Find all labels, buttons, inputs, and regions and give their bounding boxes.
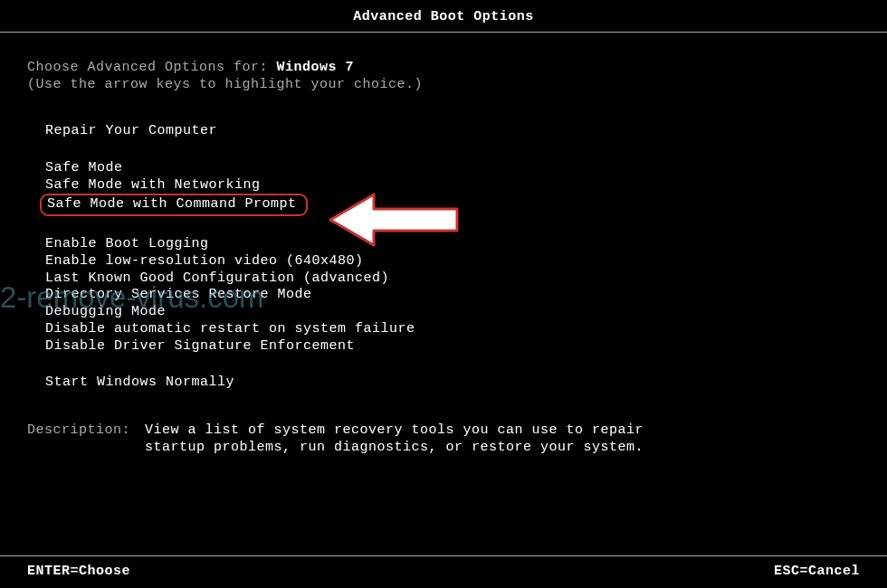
description-block: Description: View a list of system recov… — [27, 422, 860, 457]
highlighted-option: Safe Mode with Command Prompt — [40, 194, 308, 216]
menu-directory-services-restore[interactable]: Directory Services Restore Mode — [45, 287, 860, 304]
esc-hint: ESC=Cancel — [774, 564, 860, 579]
page-title: Advanced Boot Options — [353, 9, 534, 24]
menu-repair-computer[interactable]: Repair Your Computer — [45, 123, 860, 140]
menu-safe-mode[interactable]: Safe Mode — [45, 160, 860, 177]
menu-boot-logging[interactable]: Enable Boot Logging — [45, 236, 860, 253]
arrow-hint: (Use the arrow keys to highlight your ch… — [27, 77, 860, 92]
choose-line: Choose Advanced Options for: Windows 7 — [27, 60, 860, 75]
choose-prefix: Choose Advanced Options for: — [27, 60, 277, 75]
menu-low-res-video[interactable]: Enable low-resolution video (640x480) — [45, 253, 860, 270]
menu-debugging-mode[interactable]: Debugging Mode — [45, 304, 860, 321]
enter-hint: ENTER=Choose — [27, 564, 130, 579]
os-name: Windows 7 — [277, 60, 355, 75]
boot-menu: Repair Your Computer Safe Mode Safe Mode… — [45, 123, 860, 392]
main-content: Choose Advanced Options for: Windows 7 (… — [0, 33, 887, 457]
menu-safe-mode-networking[interactable]: Safe Mode with Networking — [45, 177, 860, 194]
title-bar: Advanced Boot Options — [0, 0, 887, 33]
description-label: Description: — [27, 422, 145, 457]
footer-bar: ENTER=Choose ESC=Cancel — [0, 555, 887, 579]
menu-disable-auto-restart[interactable]: Disable automatic restart on system fail… — [45, 321, 860, 338]
menu-last-known-good[interactable]: Last Known Good Configuration (advanced) — [45, 270, 860, 288]
menu-start-normally[interactable]: Start Windows Normally — [45, 375, 860, 392]
menu-disable-driver-sig[interactable]: Disable Driver Signature Enforcement — [45, 338, 860, 356]
menu-safe-mode-command-prompt[interactable]: Safe Mode with Command Prompt — [45, 194, 860, 216]
description-text: View a list of system recovery tools you… — [145, 422, 652, 457]
